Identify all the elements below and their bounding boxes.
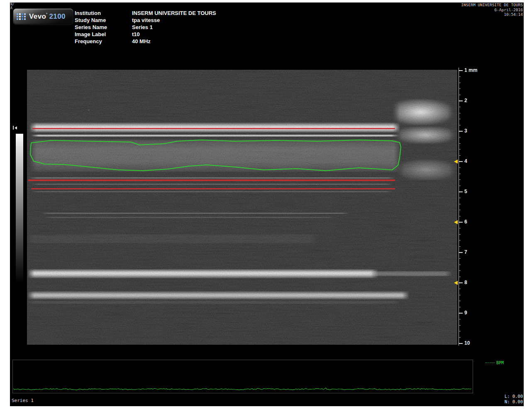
ruler-minor-tick	[459, 325, 461, 326]
logo-prime: ’	[46, 12, 47, 17]
logo-model: 2100	[49, 12, 65, 20]
ruler-minor-tick	[459, 125, 461, 125]
ruler-minor-tick	[459, 83, 461, 83]
ruler-minor-tick	[459, 167, 461, 168]
dot	[19, 18, 21, 20]
ruler-major-tick	[459, 70, 463, 71]
ruler-major-tick	[459, 282, 463, 283]
trace-stats: L: 0.00 N: 0.00	[505, 394, 523, 405]
ruler-minor-tick	[459, 228, 461, 228]
session-time: 10:54:14	[461, 12, 523, 17]
ruler-minor-tick	[459, 179, 461, 180]
vevo-logo-text: Vevo’2100	[29, 12, 66, 21]
marker-bar	[13, 126, 14, 130]
ruler-minor-tick	[459, 149, 461, 150]
ruler-minor-tick	[459, 246, 461, 247]
ruler-minor-tick	[459, 155, 461, 156]
focus-marker-icon[interactable]	[454, 281, 458, 285]
session-info: INSERM UNIVERSITE DE TOURS 6-April-2016 …	[461, 2, 523, 17]
dot	[17, 18, 18, 20]
ruler-minor-tick	[459, 319, 461, 319]
ruler-minor-tick	[459, 258, 461, 259]
dot	[24, 18, 26, 20]
ruler-depth-label: 10	[464, 340, 470, 346]
dot	[19, 13, 21, 15]
ruler-major-tick	[459, 313, 463, 314]
vevo2100-screenshot: N/A Vevo’2100 InstitutionINSERM UNIVERSI…	[0, 0, 532, 412]
ruler-minor-tick	[459, 301, 461, 301]
focus-marker-icon[interactable]	[454, 159, 458, 164]
ruler-minor-tick	[459, 204, 461, 204]
ruler-depth-label: 5	[464, 189, 467, 194]
ruler-minor-tick	[459, 295, 461, 295]
legend-dash-icon	[486, 363, 495, 363]
stat-n: N: 0.00	[505, 399, 523, 405]
ruler-major-tick	[459, 161, 463, 162]
ecg-trace-layer	[13, 360, 472, 392]
depth-ruler: 1 mm2345678910	[455, 65, 523, 356]
image-info-panel: InstitutionINSERM UNIVERSITE DE TOURS St…	[75, 10, 216, 45]
focus-marker-icon[interactable]	[454, 220, 458, 224]
ruler-minor-tick	[459, 174, 461, 174]
stat-l: L: 0.00	[505, 394, 523, 399]
ruler-minor-tick	[459, 289, 461, 289]
session-date: 6-April-2016	[461, 7, 523, 12]
session-institution: INSERM UNIVERSITE DE TOURS	[461, 2, 523, 7]
ruler-major-tick	[459, 252, 463, 253]
ruler-minor-tick	[459, 113, 461, 113]
ruler-depth-label: 2	[464, 98, 467, 103]
legend-label: BPM	[496, 360, 504, 365]
ruler-minor-tick	[459, 307, 461, 307]
info-label: Series Name	[75, 24, 132, 31]
ruler-minor-tick	[459, 270, 461, 271]
ruler-minor-tick	[459, 186, 461, 186]
ruler-minor-tick	[459, 143, 461, 144]
ruler-depth-label: 8	[464, 280, 467, 285]
info-label: Image Label	[75, 31, 132, 38]
ruler-depth-label: 6	[464, 219, 467, 225]
logo-brand: Vevo	[29, 12, 46, 20]
dot	[22, 16, 23, 17]
dot	[17, 13, 18, 15]
marker-arrow	[15, 126, 17, 130]
colorbar-marker-icon	[13, 126, 17, 130]
info-label: Institution	[75, 10, 132, 17]
ruler-major-tick	[459, 101, 463, 101]
series-label: Series 1	[12, 398, 34, 403]
ecg-strip	[12, 360, 473, 393]
info-value: Series 1	[132, 24, 153, 31]
ruler-minor-tick	[459, 210, 461, 210]
ruler-minor-tick	[459, 331, 461, 331]
ruler-minor-tick	[459, 76, 461, 77]
ruler-depth-label: 9	[464, 310, 467, 316]
info-label: Frequency	[75, 38, 132, 45]
roi-contour[interactable]	[30, 140, 401, 171]
ruler-minor-tick	[459, 240, 461, 240]
info-row-study-name: Study Nametpa vitesse	[75, 17, 216, 24]
ruler-minor-tick	[459, 234, 461, 235]
ruler-depth-label: 1 mm	[464, 67, 477, 73]
ruler-minor-tick	[459, 277, 461, 277]
ruler-major-tick	[459, 131, 463, 132]
ruler-minor-tick	[459, 265, 461, 265]
ruler-minor-tick	[459, 216, 461, 216]
ruler-minor-tick	[459, 107, 461, 107]
ruler-depth-label: 4	[464, 158, 467, 164]
roi-contour-layer	[27, 70, 457, 345]
ruler-minor-tick	[459, 137, 461, 137]
info-value: tpa vitesse	[132, 17, 160, 24]
ruler-minor-tick	[459, 337, 461, 338]
info-value: 40 MHz	[132, 38, 151, 45]
bmode-image[interactable]	[27, 70, 457, 345]
ruler-depth-label: 7	[464, 249, 467, 255]
dot	[24, 13, 26, 15]
display-area: N/A Vevo’2100 InstitutionINSERM UNIVERSI…	[10, 2, 524, 406]
ecg-polyline	[13, 388, 471, 390]
dot	[19, 16, 21, 17]
ruler-axis-line	[459, 68, 459, 346]
ruler-major-tick	[459, 343, 463, 344]
ruler-minor-tick	[459, 88, 461, 89]
vevo-dots-icon	[17, 13, 26, 20]
info-value: INSERM UNIVERSITE DE TOURS	[132, 10, 216, 17]
dot	[22, 13, 23, 15]
